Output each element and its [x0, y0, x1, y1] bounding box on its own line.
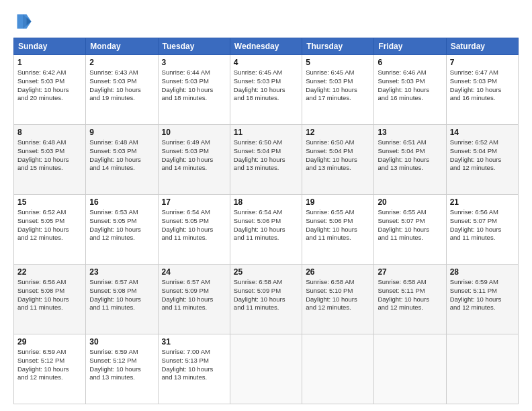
- header: [13, 12, 519, 31]
- calendar-week-3: 15Sunrise: 6:52 AM Sunset: 5:05 PM Dayli…: [14, 195, 519, 265]
- calendar-week-1: 1Sunrise: 6:42 AM Sunset: 5:03 PM Daylig…: [14, 55, 519, 125]
- day-info: Sunrise: 6:56 AM Sunset: 5:07 PM Dayligh…: [450, 208, 515, 242]
- calendar-cell: 12Sunrise: 6:50 AM Sunset: 5:04 PM Dayli…: [302, 125, 374, 195]
- day-info: Sunrise: 6:50 AM Sunset: 5:04 PM Dayligh…: [234, 138, 298, 173]
- day-number: 30: [89, 337, 154, 347]
- day-info: Sunrise: 6:47 AM Sunset: 5:03 PM Dayligh…: [450, 68, 515, 103]
- calendar-cell: 19Sunrise: 6:55 AM Sunset: 5:06 PM Dayli…: [302, 195, 374, 265]
- day-info: Sunrise: 6:59 AM Sunset: 5:12 PM Dayligh…: [17, 348, 82, 382]
- calendar-cell: 22Sunrise: 6:56 AM Sunset: 5:08 PM Dayli…: [14, 265, 86, 334]
- calendar-week-4: 22Sunrise: 6:56 AM Sunset: 5:08 PM Dayli…: [14, 265, 519, 334]
- day-info: Sunrise: 6:53 AM Sunset: 5:05 PM Dayligh…: [89, 208, 154, 242]
- calendar-cell: 6Sunrise: 6:46 AM Sunset: 5:03 PM Daylig…: [374, 55, 446, 125]
- calendar-cell: 14Sunrise: 6:52 AM Sunset: 5:04 PM Dayli…: [446, 125, 518, 195]
- day-number: 2: [89, 58, 154, 67]
- day-number: 11: [234, 128, 298, 137]
- day-number: 23: [89, 267, 154, 277]
- day-number: 9: [89, 128, 154, 137]
- day-number: 22: [17, 267, 82, 277]
- svg-rect-2: [17, 15, 27, 29]
- day-number: 25: [234, 267, 298, 277]
- calendar-cell: 29Sunrise: 6:59 AM Sunset: 5:12 PM Dayli…: [14, 334, 86, 404]
- calendar-cell: 4Sunrise: 6:45 AM Sunset: 5:03 PM Daylig…: [230, 55, 302, 125]
- day-info: Sunrise: 6:51 AM Sunset: 5:04 PM Dayligh…: [378, 138, 442, 173]
- day-info: Sunrise: 6:54 AM Sunset: 5:06 PM Dayligh…: [234, 208, 298, 242]
- day-number: 14: [450, 128, 515, 137]
- weekday-header-saturday: Saturday: [446, 38, 518, 55]
- day-number: 28: [450, 267, 515, 277]
- calendar-cell: 23Sunrise: 6:57 AM Sunset: 5:08 PM Dayli…: [86, 265, 158, 334]
- calendar-cell: 8Sunrise: 6:48 AM Sunset: 5:03 PM Daylig…: [14, 125, 86, 195]
- calendar-cell: 30Sunrise: 6:59 AM Sunset: 5:12 PM Dayli…: [86, 334, 158, 404]
- calendar-cell: 5Sunrise: 6:45 AM Sunset: 5:03 PM Daylig…: [302, 55, 374, 125]
- calendar-cell: 24Sunrise: 6:57 AM Sunset: 5:09 PM Dayli…: [158, 265, 230, 334]
- calendar-cell: [302, 334, 374, 404]
- day-info: Sunrise: 6:48 AM Sunset: 5:03 PM Dayligh…: [17, 138, 82, 173]
- day-number: 3: [162, 58, 226, 67]
- calendar-cell: 2Sunrise: 6:43 AM Sunset: 5:03 PM Daylig…: [86, 55, 158, 125]
- calendar-header-row: SundayMondayTuesdayWednesdayThursdayFrid…: [14, 38, 519, 55]
- calendar-cell: 31Sunrise: 7:00 AM Sunset: 5:13 PM Dayli…: [158, 334, 230, 404]
- day-number: 29: [17, 337, 82, 347]
- day-info: Sunrise: 6:48 AM Sunset: 5:03 PM Dayligh…: [89, 138, 154, 173]
- day-number: 7: [450, 58, 515, 67]
- day-number: 18: [234, 197, 298, 207]
- day-number: 8: [17, 128, 82, 137]
- calendar-table: SundayMondayTuesdayWednesdayThursdayFrid…: [13, 38, 519, 404]
- weekday-header-sunday: Sunday: [14, 38, 86, 55]
- day-number: 27: [378, 267, 442, 277]
- day-number: 16: [89, 197, 154, 207]
- calendar-cell: 18Sunrise: 6:54 AM Sunset: 5:06 PM Dayli…: [230, 195, 302, 265]
- day-info: Sunrise: 6:45 AM Sunset: 5:03 PM Dayligh…: [306, 68, 370, 103]
- calendar-cell: 25Sunrise: 6:58 AM Sunset: 5:09 PM Dayli…: [230, 265, 302, 334]
- day-number: 20: [378, 197, 442, 207]
- calendar-week-2: 8Sunrise: 6:48 AM Sunset: 5:03 PM Daylig…: [14, 125, 519, 195]
- day-number: 6: [378, 58, 442, 67]
- day-number: 12: [306, 128, 370, 137]
- day-info: Sunrise: 6:58 AM Sunset: 5:11 PM Dayligh…: [378, 278, 442, 312]
- day-number: 10: [162, 128, 226, 137]
- calendar-cell: [230, 334, 302, 404]
- day-info: Sunrise: 6:50 AM Sunset: 5:04 PM Dayligh…: [306, 138, 370, 173]
- day-number: 17: [162, 197, 226, 207]
- weekday-header-wednesday: Wednesday: [230, 38, 302, 55]
- calendar-cell: 15Sunrise: 6:52 AM Sunset: 5:05 PM Dayli…: [14, 195, 86, 265]
- calendar-cell: 11Sunrise: 6:50 AM Sunset: 5:04 PM Dayli…: [230, 125, 302, 195]
- calendar-cell: 20Sunrise: 6:55 AM Sunset: 5:07 PM Dayli…: [374, 195, 446, 265]
- calendar-cell: [374, 334, 446, 404]
- calendar-cell: 1Sunrise: 6:42 AM Sunset: 5:03 PM Daylig…: [14, 55, 86, 125]
- weekday-header-monday: Monday: [86, 38, 158, 55]
- calendar-cell: 17Sunrise: 6:54 AM Sunset: 5:05 PM Dayli…: [158, 195, 230, 265]
- logo: [13, 12, 34, 31]
- day-info: Sunrise: 6:45 AM Sunset: 5:03 PM Dayligh…: [234, 68, 298, 103]
- day-info: Sunrise: 6:46 AM Sunset: 5:03 PM Dayligh…: [378, 68, 442, 103]
- day-info: Sunrise: 6:42 AM Sunset: 5:03 PM Dayligh…: [17, 68, 82, 103]
- calendar-cell: 3Sunrise: 6:44 AM Sunset: 5:03 PM Daylig…: [158, 55, 230, 125]
- weekday-header-tuesday: Tuesday: [158, 38, 230, 55]
- day-info: Sunrise: 6:44 AM Sunset: 5:03 PM Dayligh…: [162, 68, 226, 103]
- day-info: Sunrise: 6:59 AM Sunset: 5:12 PM Dayligh…: [89, 348, 154, 382]
- day-info: Sunrise: 6:59 AM Sunset: 5:11 PM Dayligh…: [450, 278, 515, 312]
- day-info: Sunrise: 6:52 AM Sunset: 5:05 PM Dayligh…: [17, 208, 82, 242]
- calendar-cell: 7Sunrise: 6:47 AM Sunset: 5:03 PM Daylig…: [446, 55, 518, 125]
- calendar-cell: 28Sunrise: 6:59 AM Sunset: 5:11 PM Dayli…: [446, 265, 518, 334]
- calendar-week-5: 29Sunrise: 6:59 AM Sunset: 5:12 PM Dayli…: [14, 334, 519, 404]
- calendar-cell: 13Sunrise: 6:51 AM Sunset: 5:04 PM Dayli…: [374, 125, 446, 195]
- weekday-header-friday: Friday: [374, 38, 446, 55]
- day-number: 5: [306, 58, 370, 67]
- day-info: Sunrise: 6:43 AM Sunset: 5:03 PM Dayligh…: [89, 68, 154, 103]
- page: SundayMondayTuesdayWednesdayThursdayFrid…: [0, 0, 532, 411]
- day-info: Sunrise: 6:49 AM Sunset: 5:03 PM Dayligh…: [162, 138, 226, 173]
- calendar-cell: 27Sunrise: 6:58 AM Sunset: 5:11 PM Dayli…: [374, 265, 446, 334]
- calendar-cell: 10Sunrise: 6:49 AM Sunset: 5:03 PM Dayli…: [158, 125, 230, 195]
- day-info: Sunrise: 6:56 AM Sunset: 5:08 PM Dayligh…: [17, 278, 82, 312]
- calendar-cell: 21Sunrise: 6:56 AM Sunset: 5:07 PM Dayli…: [446, 195, 518, 265]
- calendar-cell: 16Sunrise: 6:53 AM Sunset: 5:05 PM Dayli…: [86, 195, 158, 265]
- day-info: Sunrise: 6:55 AM Sunset: 5:07 PM Dayligh…: [378, 208, 442, 242]
- day-info: Sunrise: 6:55 AM Sunset: 5:06 PM Dayligh…: [306, 208, 370, 242]
- day-number: 26: [306, 267, 370, 277]
- day-info: Sunrise: 6:58 AM Sunset: 5:09 PM Dayligh…: [234, 278, 298, 312]
- calendar-cell: 26Sunrise: 6:58 AM Sunset: 5:10 PM Dayli…: [302, 265, 374, 334]
- day-number: 21: [450, 197, 515, 207]
- weekday-header-thursday: Thursday: [302, 38, 374, 55]
